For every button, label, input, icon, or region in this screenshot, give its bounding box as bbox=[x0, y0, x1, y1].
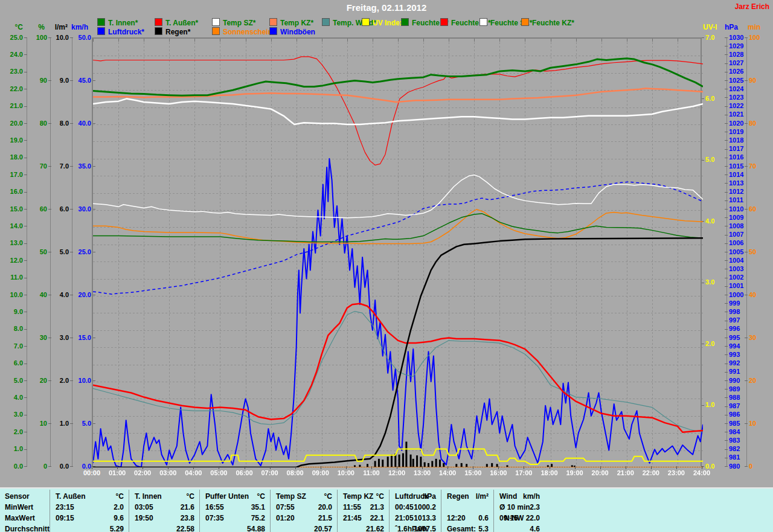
axis-tick-label: 1000 bbox=[729, 292, 743, 298]
legend-item: Windböen bbox=[269, 27, 315, 35]
legend-item-label: Windböen bbox=[280, 28, 315, 36]
x-axis-tick bbox=[168, 466, 168, 469]
axis-tick bbox=[745, 252, 748, 252]
table-cell-value: 2.3 bbox=[493, 503, 540, 511]
axis-tick-label: 1019 bbox=[729, 129, 743, 135]
axis-tick-label: 1003 bbox=[729, 266, 743, 272]
axis-tick bbox=[725, 192, 728, 193]
axis-tick-label: 10.0 bbox=[0, 377, 91, 384]
axis-tick bbox=[725, 106, 728, 107]
x-axis-hour-label: 21:00 bbox=[612, 469, 640, 476]
legend-item: Luftdruck* bbox=[97, 27, 144, 35]
axis-tick bbox=[725, 235, 728, 236]
axis-tick bbox=[725, 243, 728, 244]
x-axis-tick bbox=[422, 466, 423, 469]
axis-tick-label: 1025 bbox=[729, 77, 743, 84]
stats-table: SensorMinWertMaxWertDurchschnittT. Außen… bbox=[0, 487, 773, 532]
axis-tick-label: 1012 bbox=[729, 188, 743, 195]
axis-tick bbox=[24, 432, 27, 432]
x-axis-tick bbox=[321, 466, 321, 469]
axis-header-uv: UV-I bbox=[703, 23, 717, 31]
x-axis-hour-label: 13:00 bbox=[408, 469, 436, 476]
axis-tick bbox=[725, 449, 728, 450]
table-cell-value: 1013.3 bbox=[389, 514, 436, 522]
axis-tick-label: 999 bbox=[729, 300, 740, 307]
x-axis-hour-label: 07:00 bbox=[256, 469, 284, 476]
table-cell-value: 21.3 bbox=[337, 503, 384, 511]
table-cell-value: N-NW 22.0 bbox=[493, 514, 540, 522]
axis-tick-label: 3.0 bbox=[705, 279, 714, 286]
axis-tick bbox=[745, 466, 748, 467]
axis-tick-label: 1015 bbox=[729, 163, 743, 170]
x-axis-hour-label: 19:00 bbox=[561, 469, 589, 476]
legend-item-label: Regen* bbox=[165, 28, 190, 36]
axis-tick-label: 50.0 bbox=[0, 34, 91, 41]
axis-tick bbox=[725, 149, 728, 150]
legend-item-label: Temp KZ* bbox=[280, 19, 313, 27]
axis-tick bbox=[745, 123, 748, 124]
axis-tick-label: 17.0 bbox=[0, 171, 23, 178]
axis-tick-label: 983 bbox=[729, 437, 740, 444]
table-cell-value: 21.62 bbox=[337, 525, 384, 532]
axis-tick-label: 1004 bbox=[729, 257, 743, 264]
legend-color-swatch bbox=[97, 18, 105, 26]
axis-tick-label: 980 bbox=[729, 463, 740, 470]
axis-tick-label: 0 bbox=[749, 463, 752, 470]
table-row-label: MinWert bbox=[5, 503, 33, 511]
axis-tick bbox=[725, 423, 728, 424]
legend-item-label: Sonnenschein bbox=[223, 28, 272, 36]
table-cell-value: 4.6 bbox=[493, 525, 540, 532]
axis-tick-label: 2.0 bbox=[705, 341, 714, 347]
axis-tick-label: 60 bbox=[749, 206, 756, 213]
legend-color-swatch bbox=[480, 18, 487, 26]
axis-tick-label: 20.0 bbox=[0, 292, 91, 298]
x-axis-hour-label: 22:00 bbox=[637, 469, 665, 476]
table-row-label: MaxWert bbox=[5, 514, 35, 522]
axis-tick-label: 0.0 bbox=[705, 463, 714, 470]
legend-color-swatch bbox=[322, 18, 330, 26]
axis-tick-label: 1.0 bbox=[0, 446, 23, 452]
axis-tick-label: 982 bbox=[729, 446, 740, 452]
axis-tick bbox=[725, 200, 728, 201]
axis-tick-label: 18.0 bbox=[0, 154, 23, 161]
axis-tick-label: 23.0 bbox=[0, 68, 23, 75]
axis-tick-label: 990 bbox=[729, 377, 740, 384]
table-cell-value: 75.2 bbox=[199, 514, 265, 522]
axis-tick bbox=[24, 226, 27, 226]
axis-tick-label: 70 bbox=[749, 163, 756, 170]
axis-tick bbox=[725, 115, 728, 115]
axis-tick-label: 998 bbox=[729, 309, 740, 315]
axis-tick bbox=[725, 37, 728, 38]
axis-tick bbox=[725, 406, 728, 407]
legend-color-swatch bbox=[155, 27, 162, 35]
axis-tick bbox=[725, 175, 728, 175]
axis-tick-label: 1022 bbox=[729, 103, 743, 109]
axis-tick-label: 1028 bbox=[729, 51, 743, 58]
x-axis-tick bbox=[600, 466, 601, 469]
axis-tick-label: 1020 bbox=[729, 120, 743, 127]
axis-tick bbox=[725, 158, 728, 158]
axis-tick-label: 6.0 bbox=[0, 360, 23, 367]
legend-item: Regen* bbox=[155, 27, 190, 35]
table-column-unit: km/h bbox=[493, 492, 540, 501]
axis-tick-label: 996 bbox=[729, 325, 740, 332]
x-axis-tick bbox=[676, 466, 677, 469]
axis-tick bbox=[24, 449, 27, 450]
axis-tick-label: 25.0 bbox=[0, 249, 91, 255]
axis-tick-label: 987 bbox=[729, 403, 740, 409]
legend-color-swatch bbox=[155, 18, 162, 26]
legend-color-swatch bbox=[362, 18, 370, 26]
x-axis-tick bbox=[117, 466, 118, 469]
axis-tick-label: 24.0 bbox=[0, 51, 23, 58]
axis-tick bbox=[24, 140, 27, 141]
axis-tick-label: 45.0 bbox=[0, 77, 91, 84]
x-axis-tick bbox=[371, 466, 372, 469]
x-axis-hour-label: 00:00 bbox=[78, 469, 106, 476]
x-axis-tick bbox=[143, 466, 143, 469]
axis-header-min: min bbox=[748, 23, 760, 31]
x-axis-tick bbox=[295, 466, 296, 469]
axis-tick-label: 8.0 bbox=[0, 325, 23, 332]
axis-header-kmh: km/h bbox=[0, 23, 88, 31]
axis-tick bbox=[725, 440, 728, 441]
table-column-unit: hPa bbox=[389, 492, 436, 501]
